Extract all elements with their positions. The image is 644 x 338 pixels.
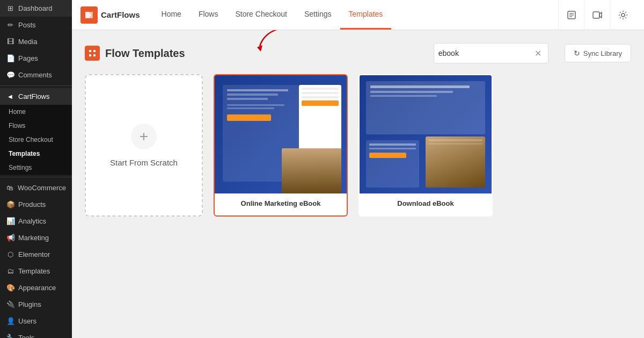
sidebar-item-products[interactable]: 📦 Products: [0, 196, 72, 213]
media-icon: 🎞: [6, 38, 14, 46]
sidebar-item-cartflows[interactable]: ◀ CartFlows: [0, 88, 72, 105]
sidebar-item-pages[interactable]: 📄 Pages: [0, 50, 72, 67]
card-preview: [215, 75, 347, 193]
sidebar-item-label: Plugins: [18, 300, 41, 308]
woocommerce-icon: 🛍: [6, 184, 13, 192]
sidebar-item-label: Marketing: [18, 234, 49, 242]
sidebar-item-label: WooCommerce: [18, 184, 66, 192]
comments-icon: 💬: [6, 71, 14, 79]
appearance-icon: 🎨: [6, 284, 14, 292]
nav-icons: [558, 0, 635, 30]
brand: CartFlows: [80, 6, 140, 24]
search-bar-container: ✕: [434, 43, 548, 63]
sidebar-item-label: Pages: [18, 54, 38, 62]
sidebar-item-comments[interactable]: 💬 Comments: [0, 67, 72, 83]
sub-item-store-checkout[interactable]: Store Checkout: [0, 133, 72, 147]
sidebar-item-label: Users: [18, 317, 36, 325]
nav-tabs: Home Flows Store Checkout Settings Templ…: [153, 0, 392, 30]
template-card-online-marketing-ebook[interactable]: Online Marketing eBook: [214, 74, 348, 217]
nav-tab-templates[interactable]: Templates: [340, 0, 392, 30]
card-label: Download eBook: [360, 193, 492, 213]
dashboard-icon: ⊞: [6, 4, 14, 12]
nav-tab-flows[interactable]: Flows: [190, 0, 227, 30]
tools-icon: 🔧: [6, 334, 14, 338]
video-icon-button[interactable]: [584, 0, 610, 30]
brand-logo: [80, 6, 98, 24]
sync-icon: ↻: [574, 49, 580, 57]
sidebar-item-label: Comments: [18, 71, 52, 79]
cartflows-submenu: Home Flows Store Checkout Templates Sett…: [0, 105, 72, 175]
elementor-icon: ⬡: [6, 250, 14, 258]
svg-point-5: [621, 13, 625, 17]
page-title: Flow Templates: [105, 47, 185, 60]
page-title-icon: [85, 46, 100, 61]
sub-item-flows[interactable]: Flows: [0, 119, 72, 133]
add-icon: +: [131, 124, 157, 149]
sidebar-item-posts[interactable]: ✏ Posts: [0, 17, 72, 33]
sync-library-button[interactable]: ↻ Sync Library: [565, 44, 631, 62]
top-nav: CartFlows Home Flows Store Checkout Sett…: [72, 0, 644, 30]
sidebar: ⊞ Dashboard ✏ Posts 🎞 Media 📄 Pages 💬 Co…: [0, 0, 72, 338]
analytics-icon: 📊: [6, 217, 14, 225]
search-input[interactable]: [438, 49, 532, 57]
content-header: Flow Templates ✕ ↻ Sync Library: [85, 43, 631, 63]
sidebar-item-label: Media: [18, 38, 37, 46]
sub-item-home[interactable]: Home: [0, 105, 72, 119]
posts-icon: ✏: [6, 21, 14, 29]
sidebar-item-dashboard[interactable]: ⊞ Dashboard: [0, 0, 72, 17]
scratch-card[interactable]: + Start From Scratch: [85, 74, 203, 217]
sidebar-item-label: Dashboard: [18, 4, 53, 12]
sidebar-item-media[interactable]: 🎞 Media: [0, 33, 72, 50]
sidebar-item-plugins[interactable]: 🔌 Plugins: [0, 296, 72, 313]
brand-name: CartFlows: [101, 10, 140, 19]
sidebar-item-appearance[interactable]: 🎨 Appearance: [0, 279, 72, 296]
products-icon: 📦: [6, 200, 14, 208]
sub-item-templates[interactable]: Templates: [0, 147, 72, 161]
nav-tab-home[interactable]: Home: [153, 0, 190, 30]
settings-icon-button[interactable]: [610, 0, 635, 30]
cartflows-icon: ◀: [6, 94, 14, 99]
template-card-download-ebook[interactable]: Download eBook: [358, 74, 493, 217]
sub-item-settings[interactable]: Settings: [0, 161, 72, 175]
sidebar-item-woocommerce[interactable]: 🛍 WooCommerce: [0, 179, 72, 196]
sidebar-item-label: CartFlows: [18, 92, 50, 100]
page-title-row: Flow Templates: [85, 46, 185, 61]
nav-tab-settings[interactable]: Settings: [296, 0, 340, 30]
sidebar-item-analytics[interactable]: 📊 Analytics: [0, 213, 72, 229]
nav-tab-store-checkout[interactable]: Store Checkout: [226, 0, 296, 30]
sidebar-item-label: Tools: [18, 334, 34, 338]
scratch-label: Start From Scratch: [110, 158, 178, 167]
template-grid: + Start From Scratch: [85, 74, 631, 217]
sidebar-item-label: Products: [18, 200, 46, 208]
sidebar-item-marketing[interactable]: 📢 Marketing: [0, 229, 72, 246]
sidebar-item-tools[interactable]: 🔧 Tools: [0, 329, 72, 338]
sidebar-item-elementor[interactable]: ⬡ Elementor: [0, 246, 72, 263]
templates-icon: 🗂: [6, 267, 14, 275]
plugins-icon: 🔌: [6, 300, 14, 308]
svg-rect-4: [593, 12, 599, 18]
main-wrapper: CartFlows Home Flows Store Checkout Sett…: [72, 0, 644, 338]
sidebar-item-label: Posts: [18, 21, 36, 29]
sidebar-item-label: Appearance: [18, 284, 56, 292]
sidebar-item-templates-lower[interactable]: 🗂 Templates: [0, 263, 72, 279]
users-icon: 👤: [6, 317, 14, 325]
card-label: Online Marketing eBook: [215, 193, 347, 213]
card-preview: [360, 75, 492, 193]
docs-icon-button[interactable]: [558, 0, 584, 30]
header-right: ✕ ↻ Sync Library: [423, 43, 631, 63]
sidebar-item-label: Templates: [18, 267, 50, 275]
search-clear-button[interactable]: ✕: [532, 48, 544, 59]
pages-icon: 📄: [6, 54, 14, 62]
sidebar-item-label: Elementor: [18, 250, 50, 258]
content-area: Flow Templates ✕ ↻ Sync Library + Start …: [72, 30, 644, 338]
sidebar-item-users[interactable]: 👤 Users: [0, 313, 72, 329]
marketing-icon: 📢: [6, 234, 14, 242]
sidebar-item-label: Analytics: [18, 217, 46, 225]
